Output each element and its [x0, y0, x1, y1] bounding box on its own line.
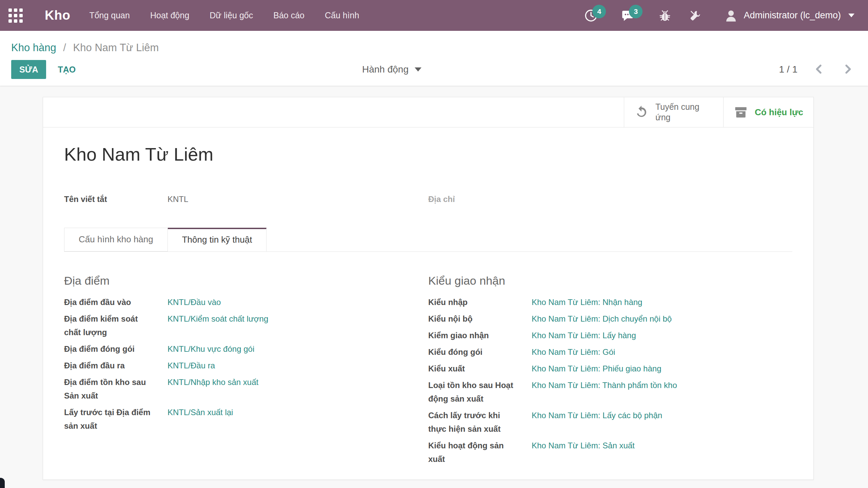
field-row: Địa điểm đầu vào KNTL/Đầu vào — [64, 296, 428, 309]
avatar — [724, 8, 738, 23]
field-link[interactable]: Kho Nam Từ Liêm: Phiếu giao hàng — [532, 362, 792, 375]
section-shipments: Kiểu giao nhận Kiểu nhập Kho Nam Từ Liêm… — [428, 274, 792, 466]
address-label[interactable]: Địa chỉ — [428, 192, 516, 206]
field-link[interactable]: Kho Nam Từ Liêm: Thành phẩm tồn kho — [532, 379, 792, 392]
activity-count-badge: 4 — [592, 5, 606, 18]
main-menu: Tổng quan Hoạt động Dữ liệu gốc Báo cáo … — [89, 0, 359, 31]
field-row: Địa điểm đóng gói KNTL/Khu vực đóng gói — [64, 342, 428, 356]
field-link[interactable]: Kho Nam Từ Liêm: Sản xuất — [532, 439, 792, 452]
field-link[interactable]: Kho Nam Từ Liêm: Lấy hàng — [532, 329, 792, 342]
short-name-label: Tên viết tắt — [64, 192, 152, 206]
field-link[interactable]: KNTL/Sản xuất lại — [167, 406, 428, 419]
control-panel: Kho hàng / Kho Nam Từ Liêm SỬA TẠO Hành … — [0, 31, 868, 86]
active-stat-label: Có hiệu lực — [755, 107, 803, 118]
short-name-value[interactable]: KNTL — [167, 192, 428, 206]
actions-dropdown[interactable]: Hành động — [362, 64, 421, 75]
top-fields: Tên viết tắt KNTL Địa chỉ — [64, 192, 792, 206]
bug-icon[interactable] — [657, 8, 672, 23]
message-count-badge: 3 — [629, 5, 643, 18]
field-link[interactable]: KNTL/Nhập kho sản xuất — [167, 375, 428, 389]
field-link[interactable]: Kho Nam Từ Liêm: Nhận hàng — [532, 296, 792, 309]
tools-icon[interactable] — [688, 8, 703, 23]
field-link[interactable]: Kho Nam Từ Liêm: Gói — [532, 345, 792, 359]
archive-box-icon — [734, 105, 748, 119]
tab-technical-information[interactable]: Thông tin kỹ thuật — [168, 228, 267, 251]
chevron-down-icon — [415, 67, 421, 72]
field-label: Địa điểm đầu ra — [64, 359, 152, 372]
field-label: Địa điểm đóng gói — [64, 342, 152, 356]
field-label: Kiểu xuất — [428, 362, 516, 375]
field-row: Kiểu xuất Kho Nam Từ Liêm: Phiếu giao hà… — [428, 362, 792, 375]
field-row: Cách lấy trước khi thực hiện sản xuất Kh… — [428, 409, 792, 436]
field-row: Kiểu nội bộ Kho Nam Từ Liêm: Dịch chuyển… — [428, 312, 792, 326]
pager-count: 1 / 1 — [779, 64, 797, 75]
bottom-left-overlay-fragment — [0, 478, 5, 488]
menu-configuration[interactable]: Cấu hình — [325, 0, 359, 31]
menu-operations[interactable]: Hoạt động — [150, 0, 189, 31]
field-label: Loại tồn kho sau Hoạt động sản xuất — [428, 379, 516, 406]
field-label: Cách lấy trước khi thực hiện sản xuất — [428, 409, 516, 436]
field-link[interactable]: Kho Nam Từ Liêm: Dịch chuyển nội bộ — [532, 312, 792, 326]
section-locations: Địa điểm Địa điểm đầu vào KNTL/Đầu vào Đ… — [64, 274, 428, 466]
field-link[interactable]: KNTL/Đầu vào — [167, 296, 428, 309]
top-bar: Kho Tổng quan Hoạt động Dữ liệu gốc Báo … — [0, 0, 868, 31]
menu-master-data[interactable]: Dữ liệu gốc — [210, 0, 253, 31]
field-row: Địa điểm tồn kho sau Sản xuất KNTL/Nhập … — [64, 375, 428, 403]
routes-stat-button[interactable]: Tuyến cung ứng — [624, 97, 723, 127]
actions-label: Hành động — [362, 64, 409, 75]
breadcrumb: Kho hàng / Kho Nam Từ Liêm — [11, 41, 868, 55]
tab-warehouse-configuration[interactable]: Cấu hình kho hàng — [64, 228, 168, 251]
sheet-body: Kho Nam Từ Liêm Tên viết tắt KNTL Địa ch… — [43, 127, 813, 480]
field-link[interactable]: KNTL/Kiểm soát chất lượng — [167, 312, 428, 326]
content-area: Tuyến cung ứng Có hiệu lực Kho Nam Từ Li… — [0, 86, 868, 480]
record-title: Kho Nam Từ Liêm — [64, 144, 792, 165]
tab-content: Địa điểm Địa điểm đầu vào KNTL/Đầu vào Đ… — [64, 252, 792, 466]
field-row: Kiểm giao nhận Kho Nam Từ Liêm: Lấy hàng — [428, 329, 792, 342]
edit-button[interactable]: SỬA — [11, 60, 46, 79]
pager-previous-button[interactable] — [812, 63, 826, 76]
tab-bar: Cấu hình kho hàng Thông tin kỹ thuật — [64, 228, 792, 252]
section-locations-title: Địa điểm — [64, 274, 428, 287]
field-link[interactable]: KNTL/Khu vực đóng gói — [167, 342, 428, 356]
create-button[interactable]: TẠO — [58, 65, 76, 75]
field-label: Địa điểm kiểm soát chất lượng — [64, 312, 152, 339]
stat-button-box: Tuyến cung ứng Có hiệu lực — [43, 97, 813, 127]
pager-next-button[interactable] — [841, 63, 854, 76]
breadcrumb-parent-link[interactable]: Kho hàng — [11, 42, 56, 54]
field-label: Kiểu hoạt động sản xuất — [428, 439, 516, 466]
field-row: Kiểu đóng gói Kho Nam Từ Liêm: Gói — [428, 345, 792, 359]
field-row: Kiểu hoạt động sản xuất Kho Nam Từ Liêm:… — [428, 439, 792, 466]
app-title[interactable]: Kho — [45, 8, 70, 23]
field-label: Kiểu đóng gói — [428, 345, 516, 359]
field-row: Kiểu nhập Kho Nam Từ Liêm: Nhận hàng — [428, 296, 792, 309]
activity-clock-icon[interactable]: 4 — [584, 8, 598, 23]
section-shipments-title: Kiểu giao nhận — [428, 274, 792, 287]
refresh-icon — [634, 105, 649, 119]
user-menu[interactable]: Administrator (lc_demo) — [724, 8, 854, 23]
field-row: Lấy trước tại Địa điểm sản xuất KNTL/Sản… — [64, 406, 428, 433]
field-link[interactable]: Kho Nam Từ Liêm: Lấy các bộ phận — [532, 409, 792, 422]
apps-menu-button[interactable] — [0, 0, 31, 31]
systray: 4 3 — [584, 8, 868, 23]
pager: 1 / 1 — [779, 63, 854, 76]
breadcrumb-current: Kho Nam Từ Liêm — [73, 42, 159, 54]
messages-icon[interactable]: 3 — [620, 8, 635, 23]
field-label: Kiểm giao nhận — [428, 329, 516, 342]
field-row: Địa điểm đầu ra KNTL/Đầu ra — [64, 359, 428, 372]
menu-overview[interactable]: Tổng quan — [89, 0, 130, 31]
routes-stat-label: Tuyến cung ứng — [655, 102, 713, 123]
form-sheet: Tuyến cung ứng Có hiệu lực Kho Nam Từ Li… — [43, 97, 814, 480]
field-label: Lấy trước tại Địa điểm sản xuất — [64, 406, 152, 433]
field-label: Kiểu nội bộ — [428, 312, 516, 326]
chevron-down-icon — [848, 14, 854, 17]
field-label: Địa điểm tồn kho sau Sản xuất — [64, 375, 152, 403]
field-label: Kiểu nhập — [428, 296, 516, 309]
address-value[interactable] — [532, 192, 792, 206]
notebook: Cấu hình kho hàng Thông tin kỹ thuật Địa… — [64, 228, 792, 466]
menu-reporting[interactable]: Báo cáo — [273, 0, 304, 31]
field-row: Địa điểm kiểm soát chất lượng KNTL/Kiểm … — [64, 312, 428, 339]
field-row: Loại tồn kho sau Hoạt động sản xuất Kho … — [428, 379, 792, 406]
field-link[interactable]: KNTL/Đầu ra — [167, 359, 428, 372]
apps-grid-icon — [8, 8, 23, 23]
active-stat-button[interactable]: Có hiệu lực — [723, 97, 813, 127]
